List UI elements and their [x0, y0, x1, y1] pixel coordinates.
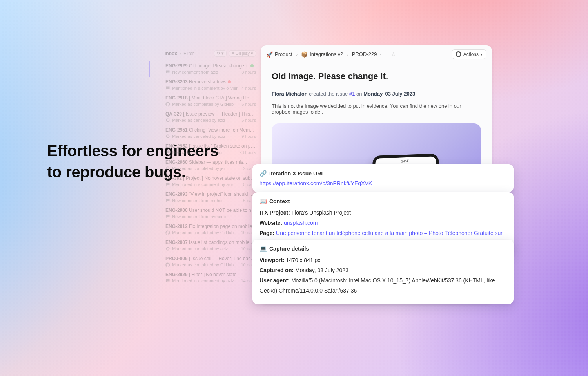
- inbox-item[interactable]: ENG-2925 [ Filter ] No hover state Menti…: [149, 269, 261, 286]
- inbox-item[interactable]: PROJ-805 [ Issue cell — Hover] The backg…: [149, 253, 261, 269]
- issue-description: This is not the image we decided to put …: [272, 103, 481, 115]
- crumb-product[interactable]: 🚀Product: [266, 51, 292, 58]
- inbox-item[interactable]: ENG-2960 Sidebar — apps' titles mis... M…: [149, 157, 261, 173]
- issue-breadcrumb-bar: 🚀Product › 📦Integrations v2 › PROD-229 ·…: [261, 45, 492, 63]
- capture-viewport: Viewport: 1470 x 841 px: [260, 255, 506, 266]
- website-link[interactable]: unsplash.com: [284, 220, 318, 226]
- breadcrumb-separator: ›: [347, 51, 348, 57]
- svg-point-2: [166, 167, 169, 170]
- capture-date: Captured on: Monday, 03 July 2023: [260, 266, 506, 276]
- crumb-integrations[interactable]: 📦Integrations v2: [301, 51, 343, 58]
- inbox-item[interactable]: ENG-2900 User should NOT be able to navi…: [149, 205, 261, 221]
- svg-point-3: [166, 247, 169, 250]
- link-icon: 🔗: [260, 170, 267, 177]
- rocket-icon: 🚀: [266, 51, 273, 58]
- record-icon: [456, 51, 461, 57]
- actions-label: Actions: [463, 52, 479, 57]
- panel-title: Context: [269, 198, 290, 204]
- issue-author[interactable]: Flora Michalon: [272, 91, 308, 97]
- inbox-refresh-button[interactable]: ⟳ ▾: [214, 50, 227, 57]
- crumb-issue-key[interactable]: PROD-229: [352, 51, 377, 57]
- inbox-panel: Inbox › Filter ⟳ ▾ ≡ Display ▾ ENG-2929 …: [149, 47, 261, 304]
- more-icon[interactable]: ···: [380, 51, 387, 57]
- inbox-list: ENG-2929 Old image. Please change it. Ne…: [149, 61, 261, 286]
- panel-title: Capture details: [269, 246, 309, 252]
- panel-capture-details: 💻Capture details Viewport: 1470 x 841 px…: [252, 240, 514, 304]
- inbox-item[interactable]: ENG-3203 Remove shadows Mentioned in a c…: [149, 77, 261, 93]
- capture-useragent: User agent: Mozilla/5.0 (Macintosh; Inte…: [260, 276, 506, 296]
- inbox-title: Inbox: [165, 51, 177, 56]
- panel-title: Iteration X Issue URL: [269, 170, 325, 177]
- book-icon: 📖: [260, 198, 267, 205]
- package-icon: 📦: [301, 51, 308, 58]
- inbox-item[interactable]: ENG-2929 Old image. Please change it. Ne…: [149, 61, 261, 77]
- breadcrumb-separator: ›: [296, 51, 298, 57]
- svg-point-0: [166, 119, 169, 122]
- inbox-filter-label[interactable]: Filter: [183, 51, 194, 56]
- star-icon[interactable]: ☆: [391, 51, 396, 57]
- inbox-item[interactable]: QA-329 [ Issue preview — Header ] This b…: [149, 109, 261, 125]
- chevron-down-icon: ▾: [481, 52, 483, 56]
- inbox-display-button[interactable]: ≡ Display ▾: [229, 50, 256, 57]
- context-website: Website: unsplash.com: [260, 218, 506, 228]
- inbox-item[interactable]: ENG-2893 "View in project" icon should n…: [149, 189, 261, 205]
- inbox-item[interactable]: ENG-2918 [ Main black CTA ] Wrong Hover …: [149, 93, 261, 109]
- actions-button[interactable]: Actions ▾: [452, 49, 486, 59]
- context-project: ITX Project: Flora's Unsplash Project: [260, 208, 506, 218]
- issue-title: Old image. Please change it.: [272, 71, 481, 81]
- inbox-item[interactable]: QA-392 [ Project ] No hover state on sub…: [149, 173, 261, 189]
- issue-url-link[interactable]: https://app.iterationx.com/p/3nPRnk/i/YE…: [260, 180, 372, 186]
- issue-number-link[interactable]: #1: [349, 91, 355, 97]
- inbox-item[interactable]: ENG-2912 Fix Integration page on mobile …: [149, 221, 261, 237]
- issue-meta: Flora Michalon created the issue #1 on M…: [272, 91, 481, 97]
- inbox-item[interactable]: ENG-2952 [ Issue list ] Broken state on …: [149, 141, 261, 157]
- svg-point-1: [166, 135, 169, 138]
- inbox-item[interactable]: ENG-2951 Clicking "view more" on Members…: [149, 125, 261, 141]
- inbox-header: Inbox › Filter ⟳ ▾ ≡ Display ▾: [149, 47, 261, 61]
- laptop-icon: 💻: [260, 245, 267, 252]
- issue-date: Monday, 03 July 2023: [363, 91, 415, 97]
- status-dot: [228, 80, 231, 83]
- status-dot: [250, 64, 254, 67]
- panel-issue-url: 🔗Iteration X Issue URL https://app.itera…: [252, 164, 514, 192]
- chevron-right-icon: ›: [180, 51, 181, 56]
- inbox-item[interactable]: ENG-2907 Issue list paddings on mobile t…: [149, 237, 261, 253]
